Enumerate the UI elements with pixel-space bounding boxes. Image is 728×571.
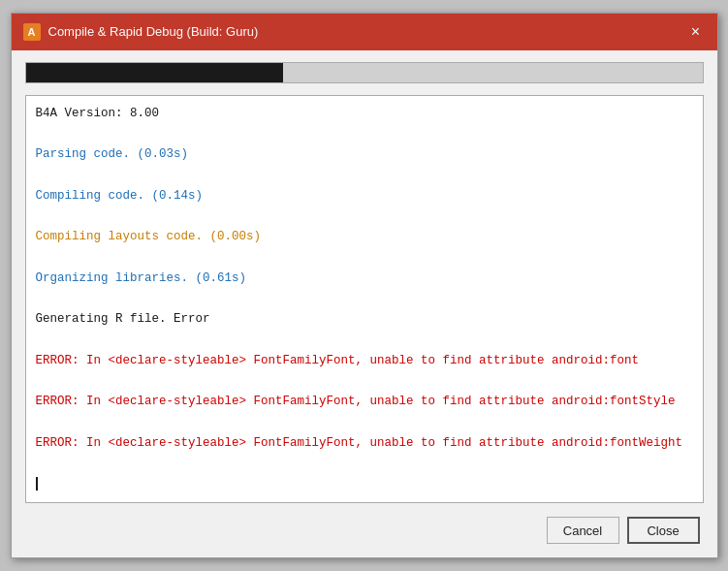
progress-bar-fill (26, 63, 283, 82)
log-line-line2: Parsing code. (0.03s) (36, 144, 693, 165)
button-row: Cancel Close (25, 517, 704, 544)
progress-bar-container (25, 62, 704, 83)
dialog-window: A Compile & Rapid Debug (Build: Guru) × … (11, 13, 718, 559)
title-bar: A Compile & Rapid Debug (Build: Guru) × (12, 14, 717, 50)
log-line-line8: ERROR: In <declare-styleable> FontFamily… (36, 392, 693, 412)
dialog-body: B4A Version: 8.00Parsing code. (0.03s)Co… (12, 50, 717, 558)
log-line-line1: B4A Version: 8.00 (36, 104, 693, 124)
log-line-line3: Compiling code. (0.14s) (36, 186, 693, 206)
log-line-line6: Generating R file. Error (36, 309, 693, 330)
log-line-line9: ERROR: In <declare-styleable> FontFamily… (36, 433, 693, 454)
close-button[interactable]: Close (627, 517, 700, 544)
log-line-line5: Organizing libraries. (0.61s) (36, 269, 693, 289)
title-bar-left: A Compile & Rapid Debug (Build: Guru) (23, 23, 259, 41)
log-line-line4: Compiling layouts code. (0.00s) (36, 227, 693, 247)
app-icon: A (23, 23, 41, 41)
log-area: B4A Version: 8.00Parsing code. (0.03s)Co… (25, 95, 704, 504)
window-title: Compile & Rapid Debug (Build: Guru) (48, 24, 259, 39)
log-line-line7: ERROR: In <declare-styleable> FontFamily… (36, 351, 693, 371)
window-close-button[interactable]: × (686, 22, 706, 42)
text-cursor (36, 477, 38, 491)
cancel-button[interactable]: Cancel (547, 517, 619, 544)
cursor-line (36, 474, 693, 494)
